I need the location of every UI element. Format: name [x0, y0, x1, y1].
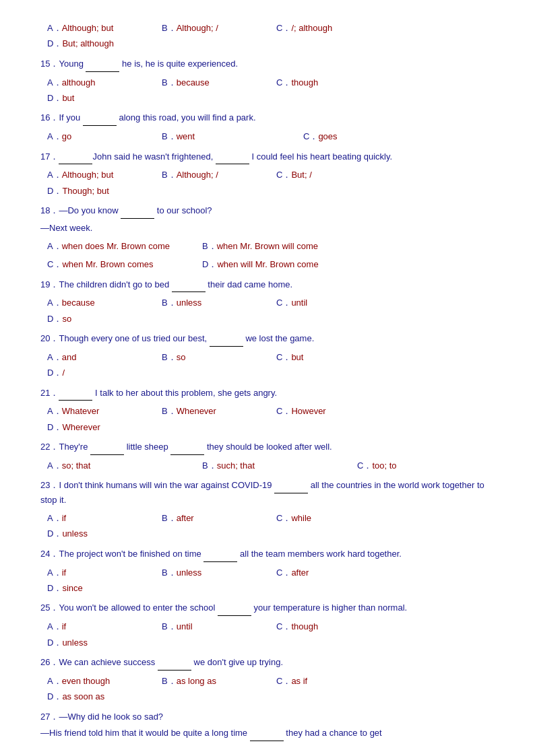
- options-row-18b: C．when Mr. Brown comes D．when will Mr. B…: [40, 256, 495, 272]
- question-17-text: 17． John said he wasn't frightened, I co…: [40, 150, 495, 165]
- option-25A: A．if: [47, 619, 155, 634]
- option-20A: A．and: [47, 349, 155, 365]
- question-19-text: 19．The children didn't go to bed their d…: [40, 278, 495, 293]
- option-21C: C．However: [276, 403, 384, 419]
- option-25B: B．until: [162, 619, 270, 634]
- option-18B: B．when Mr. Brown will come: [202, 238, 350, 254]
- option-24C: C．after: [276, 565, 384, 580]
- options-row-25: A．if B．until C．though D．unless: [40, 619, 495, 650]
- question-26: 26．We can achieve success we don't give …: [40, 656, 495, 705]
- option-15D: D．but: [47, 90, 155, 106]
- options-row-17: A．Although; but B．Although; / C．But; / D…: [40, 167, 495, 199]
- options-row-21: A．Whatever B．Whenever C．However D．Wherev…: [40, 403, 495, 435]
- question-16: 16．If you along this road, you will find…: [40, 111, 495, 144]
- options-row-16: A．go B．went C．goes: [40, 129, 495, 144]
- option-15B: B．because: [162, 75, 270, 90]
- question-25: 25．You won't be allowed to enter the sch…: [40, 601, 495, 650]
- question-26-text: 26．We can achieve success we don't give …: [40, 656, 495, 671]
- options-row-20: A．and B．so C．but D．/: [40, 349, 495, 381]
- option-26C: C．as if: [276, 673, 384, 689]
- question-24-text: 24．The project won't be finished on time…: [40, 547, 495, 562]
- options-row-24: A．if B．unless C．after D．since: [40, 565, 495, 596]
- option-25D: D．unless: [47, 635, 155, 650]
- option-19B: B．unless: [162, 295, 270, 310]
- question-19: 19．The children didn't go to bed their d…: [40, 278, 495, 327]
- option-14B: B．Although; /: [162, 20, 270, 36]
- exam-content: A．Although; but B．Although; / C．/; altho…: [40, 20, 495, 741]
- option-16B: B．went: [162, 129, 296, 144]
- option-22C: C．too; to: [357, 458, 465, 473]
- question-27: 27．—Why did he look so sad? —His friend …: [40, 710, 495, 742]
- option-14C: C．/; although: [276, 20, 384, 36]
- question-23: 23．I don't think humans will win the war…: [40, 479, 495, 541]
- question-15-text: 15．Young he is, he is quite experienced.: [40, 57, 495, 72]
- option-17C: C．But; /: [276, 167, 384, 182]
- option-15C: C．though: [276, 75, 384, 90]
- option-23D: D．unless: [47, 526, 155, 541]
- option-26B: B．as long as: [162, 673, 270, 689]
- options-row-14: A．Although; but B．Although; / C．/; altho…: [40, 20, 495, 52]
- option-23C: C．while: [276, 510, 384, 526]
- option-26A: A．even though: [47, 673, 155, 689]
- option-18A: A．when does Mr. Brown come: [47, 238, 195, 254]
- question-22: 22．They're little sheep they should be l…: [40, 440, 495, 473]
- question-27-dialog-q: 27．—Why did he look so sad?: [40, 710, 495, 724]
- option-14D: D．But; although: [47, 36, 155, 51]
- option-22A: A．so; that: [47, 458, 195, 473]
- options-row-18: A．when does Mr. Brown come B．when Mr. Br…: [40, 238, 495, 254]
- option-17A: A．Although; but: [47, 167, 155, 182]
- option-17D: D．Though; but: [47, 183, 155, 199]
- question-15: 15．Young he is, he is quite experienced.…: [40, 57, 495, 106]
- option-20B: B．so: [162, 349, 270, 365]
- options-row-26: A．even though B．as long as C．as if D．as …: [40, 673, 495, 705]
- question-17: 17． John said he wasn't frightened, I co…: [40, 150, 495, 199]
- option-25C: C．though: [276, 619, 384, 634]
- option-22B: B．such; that: [202, 458, 350, 473]
- option-21D: D．Wherever: [47, 419, 155, 435]
- option-19D: D．so: [47, 311, 155, 327]
- option-20D: D．/: [47, 365, 155, 380]
- option-21B: B．Whenever: [162, 403, 270, 419]
- option-18C: C．when Mr. Brown comes: [47, 256, 195, 272]
- option-24D: D．since: [47, 580, 155, 596]
- header-options-block: A．Although; but B．Although; / C．/; altho…: [40, 20, 495, 52]
- option-15A: A．although: [47, 75, 155, 90]
- option-20C: C．but: [276, 349, 384, 365]
- question-18-text: 18．—Do you know to our school?: [40, 204, 495, 219]
- option-16C: C．goes: [303, 129, 411, 144]
- option-14A: A．Although; but: [47, 20, 155, 36]
- question-21-text: 21． I talk to her about this problem, sh…: [40, 386, 495, 401]
- option-23A: A．if: [47, 510, 155, 526]
- option-16A: A．go: [47, 129, 155, 144]
- options-row-15: A．although B．because C．though D．but: [40, 75, 495, 106]
- question-24: 24．The project won't be finished on time…: [40, 547, 495, 596]
- question-23-text: 23．I don't think humans will win the war…: [40, 479, 495, 508]
- question-18-response: —Next week.: [40, 221, 495, 236]
- option-24A: A．if: [47, 565, 155, 580]
- option-19A: A．because: [47, 295, 155, 310]
- options-row-22: A．so; that B．such; that C．too; to: [40, 458, 495, 473]
- options-row-23: A．if B．after C．while D．unless: [40, 510, 495, 542]
- question-27-dialog-a: —His friend told him that it would be qu…: [40, 726, 495, 741]
- question-16-text: 16．If you along this road, you will find…: [40, 111, 495, 126]
- options-row-19: A．because B．unless C．until D．so: [40, 295, 495, 327]
- question-21: 21． I talk to her about this problem, sh…: [40, 386, 495, 436]
- option-23B: B．after: [162, 510, 270, 526]
- option-24B: B．unless: [162, 565, 270, 580]
- option-19C: C．until: [276, 295, 384, 310]
- question-20: 20．Though every one of us tried our best…: [40, 332, 495, 381]
- option-21A: A．Whatever: [47, 403, 155, 419]
- option-18D: D．when will Mr. Brown come: [202, 256, 350, 272]
- question-25-text: 25．You won't be allowed to enter the sch…: [40, 601, 495, 616]
- option-26D: D．as soon as: [47, 689, 155, 704]
- question-18: 18．—Do you know to our school? —Next wee…: [40, 204, 495, 272]
- question-20-text: 20．Though every one of us tried our best…: [40, 332, 495, 347]
- question-22-text: 22．They're little sheep they should be l…: [40, 440, 495, 455]
- option-17B: B．Although; /: [162, 167, 270, 182]
